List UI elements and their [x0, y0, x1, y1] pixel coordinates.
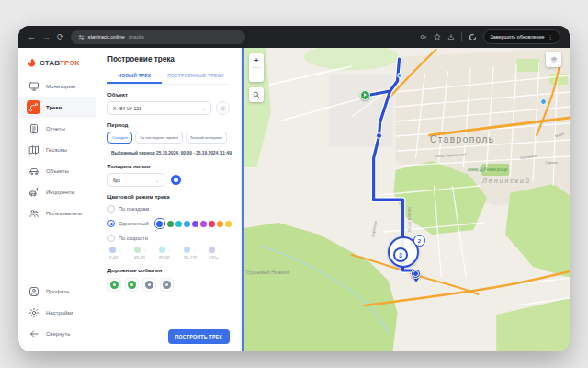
downloads-icon[interactable]	[447, 33, 455, 40]
map-canvas[interactable]	[242, 48, 570, 351]
reload-icon[interactable]: ⟳	[57, 33, 64, 41]
event-toggle[interactable]	[107, 278, 121, 292]
palette-swatch[interactable]	[209, 221, 215, 227]
address-bar[interactable]: stavtrack.online/tracks	[71, 30, 245, 44]
sidebar-item-label: Отчеты	[46, 126, 65, 132]
speed-color-select[interactable]: ⌄	[159, 247, 180, 253]
sidebar-item-reports[interactable]: Отчеты	[18, 118, 96, 139]
kebab-menu-icon[interactable]: ⋮	[548, 34, 553, 40]
map[interactable]: Ставрополь Ленинский сквер Дубовая роща …	[242, 48, 570, 351]
palette-swatch[interactable]	[217, 221, 223, 227]
tab-built-tracks[interactable]: ПОСТРОЕННЫЕ ТРЕКИ	[162, 70, 230, 84]
speed-color-select[interactable]: ⌄	[134, 247, 155, 253]
tab-new-track[interactable]: НОВЫЙ ТРЕК	[107, 70, 162, 84]
logo-text-2: ТРЭК	[60, 59, 80, 67]
speed-ranges: ⌄0-40 ⌄40-60 ⌄60-90 ⌄90-120 ⌄120+	[109, 247, 230, 260]
speed-dot	[184, 247, 190, 253]
thickness-value: 6px	[113, 178, 120, 183]
finish-update-label: Завершить обновление	[491, 34, 545, 40]
sidebar-item-incidents[interactable]: Инциденты	[18, 181, 96, 202]
map-terrain	[244, 48, 570, 351]
event-dot	[163, 281, 171, 289]
sidebar-item-geozones[interactable]: Геозоны	[18, 139, 96, 160]
sidebar-item-users[interactable]: Пользователи	[18, 202, 96, 224]
route-start-marker[interactable]	[360, 90, 370, 100]
period-chip-recent[interactable]: За последнее время	[135, 132, 183, 144]
layers-icon	[549, 55, 559, 64]
passwords-icon[interactable]	[420, 33, 427, 40]
chevron-down-icon: ⌄	[193, 247, 197, 252]
palette-swatch-selected[interactable]	[154, 218, 165, 229]
palette-swatch[interactable]	[175, 221, 182, 227]
sidebar-item-objects[interactable]: Объекты	[18, 160, 96, 181]
speed-range-label: 90-120	[184, 256, 205, 260]
panel-scrollbar[interactable]	[242, 48, 244, 351]
thickness-select[interactable]: 6px ⌄	[107, 173, 164, 187]
sidebar-item-monitoring[interactable]: Мониторинг	[18, 75, 96, 97]
back-icon[interactable]: ←	[28, 33, 36, 41]
forward-icon[interactable]: →	[42, 33, 51, 41]
sidebar-item-profile[interactable]: Профиль	[18, 281, 96, 302]
logo[interactable]: СТАВТРЭК	[18, 53, 96, 75]
transit-stop-icon	[397, 73, 402, 78]
radio-by-speed[interactable]	[107, 235, 115, 242]
speed-color-select[interactable]: ⌄	[184, 247, 205, 253]
palette-swatch[interactable]	[192, 221, 198, 227]
period-chip-today[interactable]: Сегодня	[107, 132, 132, 144]
sidebar: СТАВТРЭК Мониторинг Треки Отчеты Геозоны…	[18, 48, 96, 351]
object-select[interactable]: X 484 VY 123 ⌄	[107, 101, 211, 115]
road-events-label: Дорожные события	[107, 268, 230, 273]
event-toggle[interactable]	[142, 278, 156, 292]
sidebar-item-tracks[interactable]: Треки	[18, 97, 96, 118]
event-cluster-badge[interactable]: 2	[413, 235, 425, 247]
chevron-down-icon: ⌄	[143, 247, 147, 252]
sidebar-item-label: Объекты	[46, 168, 69, 174]
speed-dot	[109, 247, 116, 253]
event-toggle[interactable]	[160, 278, 174, 292]
url-path: /tracks	[129, 34, 144, 40]
event-dot	[145, 281, 153, 289]
event-dot	[128, 281, 136, 289]
speed-color-select[interactable]: ⌄	[109, 247, 130, 253]
zoom-out-button[interactable]: −	[249, 68, 264, 82]
period-options: Сегодня За последнее время Точный интерв…	[107, 132, 230, 144]
map-search-button[interactable]	[249, 87, 264, 102]
route-waypoint-dot[interactable]	[376, 132, 382, 139]
radio-solid[interactable]	[107, 220, 115, 227]
radio-by-trips[interactable]	[107, 205, 115, 213]
sidebar-item-label: Настройки	[46, 310, 73, 316]
map-icon	[28, 144, 40, 155]
update-icon[interactable]	[469, 33, 477, 41]
url-domain: stavtrack.online	[88, 34, 125, 40]
radio-solid-label: Однотонный	[119, 221, 149, 226]
palette-swatch[interactable]	[184, 221, 190, 227]
radio-by-speed-label: По скорости	[119, 236, 148, 241]
bookmark-star-icon[interactable]	[434, 33, 441, 40]
zoom-in-button[interactable]: +	[249, 53, 264, 67]
palette-swatch[interactable]	[200, 221, 207, 227]
event-cluster-count[interactable]: 3	[393, 247, 408, 262]
color-mode-label: Цветовой режим трека	[107, 194, 230, 200]
chevron-down-icon: ⌄	[168, 247, 172, 252]
period-chip-exact[interactable]: Точный интервал	[186, 132, 227, 144]
speed-dot	[159, 247, 165, 253]
speed-dot	[134, 247, 141, 253]
sidebar-item-label: Мониторинг	[46, 84, 76, 89]
sidebar-item-settings[interactable]: Настройки	[18, 302, 96, 323]
chevron-down-icon: ⌄	[119, 247, 122, 252]
browser-toolbar: ← → ⟳ stavtrack.online/tracks Завершить …	[18, 26, 570, 48]
finish-update-button[interactable]: Завершить обновление ⋮	[483, 29, 561, 44]
palette-swatch[interactable]	[225, 221, 232, 227]
object-settings-button[interactable]	[216, 101, 230, 115]
route-end-marker[interactable]	[411, 269, 421, 279]
map-layers-button[interactable]	[546, 52, 561, 67]
sidebar-item-label: Инциденты	[46, 190, 75, 195]
speed-color-select[interactable]: ⌄	[209, 247, 230, 253]
car-icon	[28, 166, 40, 177]
event-toggle[interactable]	[125, 278, 139, 292]
sidebar-collapse[interactable]: Свернуть	[18, 323, 96, 344]
build-track-button[interactable]: ПОСТРОИТЬ ТРЕК	[168, 329, 231, 344]
palette-swatch[interactable]	[167, 221, 174, 227]
speed-range-label: 0-40	[109, 256, 130, 260]
page-title: Построение трека	[107, 55, 230, 63]
